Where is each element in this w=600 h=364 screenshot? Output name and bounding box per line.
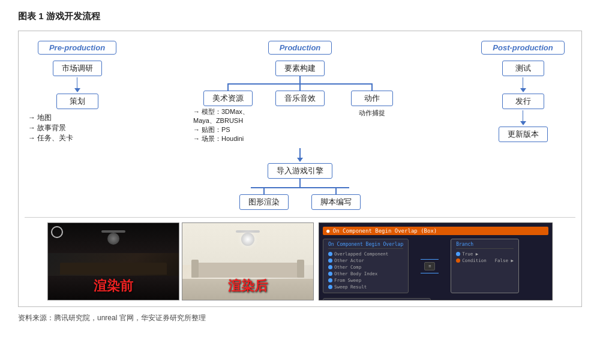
planning-node: 策划 (56, 94, 98, 109)
render-after-label: 渲染后 (182, 277, 313, 295)
pre-item-tasks: 任务、关卡 (28, 133, 73, 143)
art-texture: 贴图：PS (193, 125, 264, 134)
diagram-container: Pre-production 市场调研 策划 地图 故事背景 任务、关卡 Pro… (18, 31, 582, 307)
script-editor-image: ● On Component Begin Overlap (Box) On Co… (319, 222, 553, 300)
render-images-group: 渲染前 渲染后 (47, 222, 314, 300)
game-engine-node: 导入游戏引擎 (268, 163, 332, 179)
post-production-header: Post-production (481, 41, 564, 55)
production-col: Production 要素构建 美术资源 模型：3DM (130, 41, 470, 210)
section-divider (25, 217, 575, 218)
top-flow-row: Pre-production 市场调研 策划 地图 故事背景 任务、关卡 Pro… (25, 41, 575, 210)
pre-production-col: Pre-production 市场调研 策划 地图 故事背景 任务、关卡 (25, 41, 130, 143)
test-node: 测试 (502, 61, 544, 76)
pre-sub-list: 地图 故事背景 任务、关卡 (25, 113, 73, 143)
audio-node: 音乐音效 (275, 91, 325, 106)
update-node: 更新版本 (499, 127, 548, 142)
pre-item-map: 地图 (28, 113, 73, 123)
art-detail-list: 模型：3DMax、Maya、ZBRUSH 贴图：PS 场景：Houdini (192, 106, 264, 143)
pre-production-header: Pre-production (38, 41, 116, 55)
production-header: Production (268, 41, 332, 55)
script-writing-node: 脚本编写 (311, 194, 361, 210)
market-research-node: 市场调研 (53, 61, 102, 76)
motion-capture-text: 动作捕捉 (359, 109, 385, 118)
arrow-post-2 (520, 110, 526, 125)
render-before-image: 渲染前 (47, 222, 179, 300)
arrow-1 (74, 77, 80, 92)
elements-build-node: 要素构建 (275, 61, 325, 76)
arrow-post-1 (520, 77, 526, 92)
page-title: 图表 1 游戏开发流程 (18, 11, 582, 22)
publish-node: 发行 (502, 94, 544, 109)
render-before-label: 渲染前 (48, 277, 179, 295)
node-title-bar: ● On Component Begin Overlap (Box) (323, 227, 548, 235)
action-node: 动作 (351, 91, 393, 106)
art-model: 模型：3DMax、Maya、ZBRUSH (193, 107, 264, 125)
bottom-images-section: 渲染前 渲染后 (25, 222, 575, 300)
node-editor: ● On Component Begin Overlap (Box) On Co… (319, 223, 552, 300)
prod-inner: 要素构建 美术资源 模型：3DMax、Maya、ZBRUSH 贴图：P (130, 61, 470, 210)
logo-overlay (51, 226, 63, 238)
render-after-image: 渲染后 (182, 222, 314, 300)
post-production-col: Post-production 测试 发行 更新版本 (470, 41, 575, 142)
pre-item-story: 故事背景 (28, 123, 73, 133)
art-scene: 场景：Houdini (193, 134, 264, 143)
source-citation: 资料来源：腾讯研究院，unreal 官网，华安证券研究所整理 (18, 313, 582, 323)
art-assets-node: 美术资源 (203, 91, 253, 106)
graphics-render-node: 图形渲染 (239, 194, 289, 210)
